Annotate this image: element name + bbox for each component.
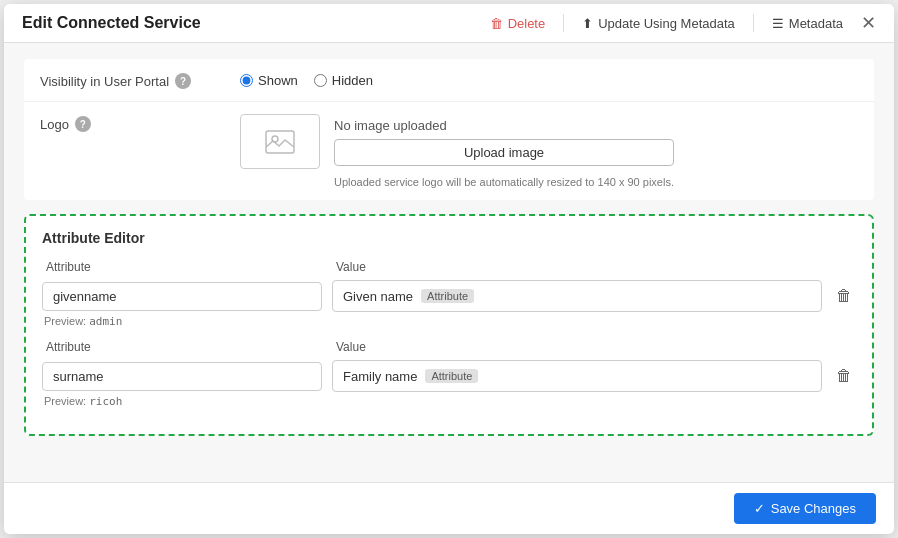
- attr-input-2[interactable]: [42, 362, 322, 391]
- logo-right: No image uploaded Upload image Uploaded …: [334, 114, 674, 188]
- logo-help-icon[interactable]: ?: [75, 116, 91, 132]
- shown-radio-label[interactable]: Shown: [240, 73, 298, 88]
- trash-row-2-icon: 🗑: [836, 367, 852, 384]
- hidden-radio[interactable]: [314, 74, 327, 87]
- attr-value-name-2: Family name: [343, 369, 417, 384]
- modal-header: Edit Connected Service 🗑 Delete ⬆ Update…: [4, 4, 894, 43]
- save-changes-button[interactable]: ✓ Save Changes: [734, 493, 876, 524]
- list-icon: ☰: [772, 16, 784, 31]
- attr-tag-1: Attribute: [421, 289, 474, 303]
- upload-image-button[interactable]: Upload image: [334, 139, 674, 166]
- modal-body: Visibility in User Portal ? Shown Hidden: [4, 43, 894, 482]
- visibility-controls: Shown Hidden: [240, 71, 858, 88]
- upload-hint: Uploaded service logo will be automatica…: [334, 176, 674, 188]
- logo-controls: No image uploaded Upload image Uploaded …: [240, 114, 858, 188]
- upload-icon: ⬆: [582, 16, 593, 31]
- divider: [563, 14, 564, 32]
- metadata-label: Metadata: [789, 16, 843, 31]
- logo-area: No image uploaded Upload image Uploaded …: [240, 114, 858, 188]
- visibility-row: Visibility in User Portal ? Shown Hidden: [24, 59, 874, 102]
- metadata-button[interactable]: ☰ Metadata: [772, 16, 843, 31]
- logo-placeholder: [240, 114, 320, 169]
- trash-icon: 🗑: [490, 16, 503, 31]
- attr-preview-value-2: ricoh: [89, 395, 122, 408]
- update-metadata-button[interactable]: ⬆ Update Using Metadata: [582, 16, 735, 31]
- attribute-editor-title: Attribute Editor: [42, 230, 856, 246]
- logo-label: Logo ?: [40, 114, 240, 132]
- trash-row-1-icon: 🗑: [836, 287, 852, 304]
- attr-table-header: Attribute Value: [42, 260, 856, 274]
- radio-group: Shown Hidden: [240, 71, 858, 88]
- update-label: Update Using Metadata: [598, 16, 735, 31]
- save-label: Save Changes: [771, 501, 856, 516]
- no-image-text: No image uploaded: [334, 118, 674, 133]
- hidden-label: Hidden: [332, 73, 373, 88]
- svg-rect-0: [266, 131, 294, 153]
- modal-footer: ✓ Save Changes: [4, 482, 894, 534]
- attr-preview-value-1: admin: [89, 315, 122, 328]
- attr-value-field-2: Family name Attribute: [332, 360, 822, 392]
- visibility-help-icon[interactable]: ?: [175, 73, 191, 89]
- attr-input-1[interactable]: [42, 282, 322, 311]
- delete-label: Delete: [508, 16, 546, 31]
- attribute-editor: Attribute Editor Attribute Value Given n…: [24, 214, 874, 436]
- attr-row-2: Family name Attribute 🗑 Preview: ricoh: [42, 360, 856, 408]
- attr-col-value-header-2: Value: [336, 340, 852, 354]
- attr-value-name-1: Given name: [343, 289, 413, 304]
- edit-connected-service-modal: Edit Connected Service 🗑 Delete ⬆ Update…: [4, 4, 894, 534]
- attr-preview-2: Preview: ricoh: [44, 395, 856, 408]
- form-section: Visibility in User Portal ? Shown Hidden: [24, 59, 874, 200]
- attr-row-1-inputs: Given name Attribute 🗑: [42, 280, 856, 312]
- checkmark-icon: ✓: [754, 501, 765, 516]
- attr-col-attr-header: Attribute: [46, 260, 326, 274]
- attr-row-2-inputs: Family name Attribute 🗑: [42, 360, 856, 392]
- attr-table-header-2: Attribute Value: [42, 340, 856, 354]
- delete-row-1-button[interactable]: 🗑: [832, 285, 856, 307]
- header-actions: 🗑 Delete ⬆ Update Using Metadata ☰ Metad…: [490, 14, 876, 32]
- attr-col-attr-header-2: Attribute: [46, 340, 326, 354]
- attr-col-value-header: Value: [336, 260, 852, 274]
- modal-title: Edit Connected Service: [22, 14, 201, 32]
- logo-row: Logo ? No image uploaded: [24, 102, 874, 200]
- attr-row-1: Given name Attribute 🗑 Preview: admin: [42, 280, 856, 328]
- visibility-label: Visibility in User Portal ?: [40, 71, 240, 89]
- delete-button[interactable]: 🗑 Delete: [490, 16, 546, 31]
- attr-preview-1: Preview: admin: [44, 315, 856, 328]
- attr-value-field-1: Given name Attribute: [332, 280, 822, 312]
- attr-tag-2: Attribute: [425, 369, 478, 383]
- close-button[interactable]: ✕: [861, 14, 876, 32]
- delete-row-2-button[interactable]: 🗑: [832, 365, 856, 387]
- hidden-radio-label[interactable]: Hidden: [314, 73, 373, 88]
- shown-label: Shown: [258, 73, 298, 88]
- divider2: [753, 14, 754, 32]
- shown-radio[interactable]: [240, 74, 253, 87]
